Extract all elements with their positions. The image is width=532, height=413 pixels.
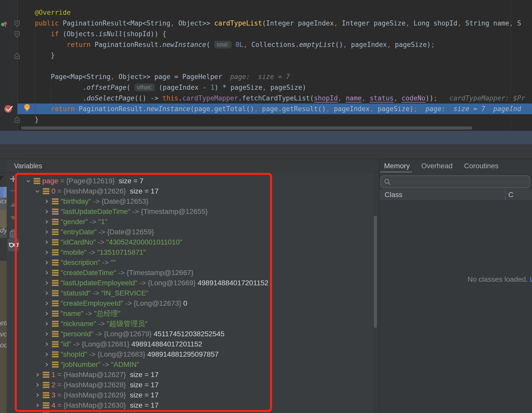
variable-row[interactable]: "entryDate" -> {Date@12659} [20, 227, 373, 237]
code-line: } [19, 50, 525, 61]
chevron-right-icon[interactable] [44, 331, 49, 337]
chevron-right-icon[interactable] [35, 403, 40, 408]
variable-row[interactable]: "createDateTime" -> {Timestamp@12667} [20, 268, 373, 278]
variable-row[interactable]: "birthday" -> {Date@12653} [20, 196, 373, 206]
variable-row[interactable]: 2 = {HashMap@12628} size = 17 [20, 380, 373, 390]
editor-horizontal-scrollbar[interactable] [21, 126, 472, 130]
code-token: (shopId)) { [122, 30, 166, 38]
variable-row[interactable]: "personId" -> {Long@12679} 4511745120382… [20, 329, 373, 339]
variable-row[interactable]: "lastUpdateDateTime" -> {Timestamp@12655… [20, 206, 373, 217]
code-token: } [19, 116, 39, 123]
code-token: .fetchCardTypeList( [238, 94, 314, 102]
cutoff-block [0, 210, 7, 228]
code-line: return PaginationResult.newInstance(page… [19, 104, 525, 114]
duplicate-icon[interactable] [10, 229, 17, 238]
overrides-method-icon[interactable] [1, 20, 8, 28]
chevron-right-icon[interactable] [44, 260, 49, 265]
code-line: @Override [19, 7, 525, 18]
chevron-right-icon[interactable] [44, 301, 49, 306]
watch-glasses-icon[interactable] [9, 241, 19, 248]
chevron-right-icon[interactable] [44, 290, 49, 296]
class-column-label: Class [385, 189, 402, 200]
chevron-right-icon[interactable] [44, 229, 49, 235]
value-icon [43, 402, 49, 408]
intention-bulb-icon[interactable] [23, 104, 31, 112]
chevron-right-icon[interactable] [44, 219, 49, 225]
variable-row[interactable]: page = {Page@12619} size = 7 [20, 176, 373, 186]
fold-marker-icon[interactable] [14, 20, 20, 27]
search-input[interactable] [393, 176, 526, 187]
chevron-right-icon[interactable] [44, 362, 49, 367]
class-column-header[interactable]: Class C [379, 189, 532, 201]
remove-icon[interactable] [10, 190, 16, 191]
chevron-right-icon[interactable] [44, 341, 49, 347]
code-token: 1 [211, 84, 215, 91]
chevron-down-icon[interactable] [25, 178, 31, 184]
chevron-right-icon[interactable] [44, 250, 49, 255]
variable-row[interactable]: "jobNumber" -> "ADMIN" [20, 359, 373, 370]
chevron-right-icon[interactable] [44, 321, 49, 327]
move-up-icon[interactable] [10, 203, 16, 207]
chevron-right-icon[interactable] [35, 392, 40, 398]
code-line: .doSelectPage(() -> this.cardTypeMapper.… [19, 93, 525, 104]
verified-breakpoint-icon[interactable] [4, 104, 15, 114]
tree-scrollbar[interactable] [374, 216, 377, 328]
value-icon [52, 300, 59, 306]
variable-row[interactable]: 1 = {HashMap@12627} size = 17 [20, 370, 373, 380]
variable-row[interactable]: "id" -> {Long@12681} 498914884017201152 [20, 339, 373, 349]
column-divider[interactable] [505, 189, 506, 200]
add-icon[interactable] [10, 175, 17, 183]
move-down-icon[interactable] [10, 216, 16, 220]
variable-row[interactable]: "name" -> "总经理" [20, 308, 373, 319]
tab-memory[interactable]: Memory [384, 162, 410, 170]
chevron-right-icon[interactable] [44, 239, 49, 245]
code-token: newInstance [146, 105, 190, 113]
variable-row[interactable]: "lastUpdateEmployeeId" -> {Long@12669} 4… [20, 278, 373, 288]
fold-marker-icon[interactable] [14, 31, 20, 38]
variable-row[interactable]: 3 = {HashMap@12629} size = 17 [20, 390, 373, 400]
chevron-right-icon[interactable] [35, 372, 40, 378]
variable-row[interactable]: "statusId" -> "IN_SERVICE" [20, 288, 373, 298]
code-token [342, 94, 346, 102]
code-token [398, 94, 402, 102]
code-token: (pageIndex - [155, 84, 211, 91]
chevron-right-icon[interactable] [44, 270, 49, 276]
debugger-toolbar-band [0, 131, 532, 144]
variables-tree[interactable]: page = {Page@12619} size = 70 = {HashMap… [20, 173, 373, 413]
code-token: , [362, 94, 366, 102]
code-token: )) [426, 94, 433, 102]
tab-coroutines[interactable]: Coroutines [464, 162, 498, 170]
chevron-right-icon[interactable] [44, 352, 49, 357]
chevron-right-icon[interactable] [44, 311, 49, 316]
load-classes-link[interactable]: Loa [530, 275, 532, 283]
chevron-right-icon[interactable] [35, 382, 40, 388]
variable-row[interactable]: "nickname" -> "超级管理员" [20, 319, 373, 329]
value-icon [52, 198, 59, 204]
code-token [366, 94, 370, 102]
fold-marker-icon[interactable] [14, 53, 20, 59]
variable-row[interactable]: "mobile" -> "13510715871" [20, 247, 373, 257]
chevron-right-icon[interactable] [44, 280, 49, 286]
code-token: (() -> [134, 94, 162, 102]
code-token: PaginationResult. [94, 41, 162, 48]
variable-row[interactable]: "shopId" -> {Long@12683} 498914881295097… [20, 349, 373, 359]
tab-overhead[interactable]: Overhead [421, 162, 453, 170]
variable-row[interactable]: "description" -> "" [20, 257, 373, 268]
variable-row[interactable]: "gender" -> "1" [20, 217, 373, 227]
class-search-box[interactable] [380, 175, 530, 188]
chevron-right-icon[interactable] [44, 199, 49, 204]
variable-row[interactable]: "createEmployeeId" -> {Long@12673} 0 [20, 298, 373, 308]
value-icon [43, 392, 49, 398]
chevron-down-icon[interactable] [35, 188, 40, 194]
right-margin-guide [510, 0, 511, 131]
code-token: (Objects. [63, 30, 99, 38]
variable-row[interactable]: "idCardNo" -> "430524200001011010" [20, 237, 373, 247]
variable-row[interactable]: 4 = {HashMap@12630} size = 17 [20, 400, 373, 410]
variable-row[interactable]: 0 = {HashMap@12626} size = 17 [20, 186, 373, 196]
variable-row[interactable]: 5 = {HashMap@12631} size = 17 [20, 410, 373, 413]
memory-panel: MemoryOverheadCoroutines Class C No clas… [379, 159, 532, 413]
chevron-right-icon[interactable] [44, 209, 49, 214]
code-editor[interactable]: @Override public PaginationResult<Map<St… [0, 0, 532, 131]
code-line: .offsetPage( offset: (pageIndex - 1) * p… [19, 82, 525, 93]
fold-marker-icon[interactable] [14, 116, 20, 123]
